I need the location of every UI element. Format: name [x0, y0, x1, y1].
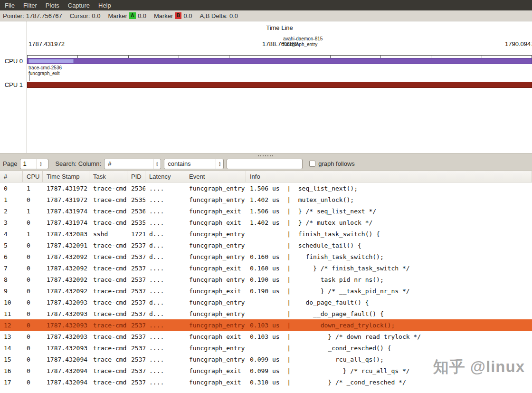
column-select-value: # [108, 160, 111, 167]
panel-splitter[interactable] [0, 153, 532, 157]
column-header-task[interactable]: Task [89, 171, 127, 182]
cell-latency: .... [145, 262, 185, 274]
menu-help[interactable]: Help [98, 2, 111, 9]
cell-event: funcgraph_entry [185, 251, 246, 262]
cell-cpu: 1 [23, 228, 43, 240]
cell-latency: .... [145, 342, 185, 354]
page-spin-buttons[interactable]: ▲ ▼ [37, 159, 44, 169]
cell-latency: .... [145, 354, 185, 365]
cell-task: trace-cmd [89, 354, 127, 365]
menu-file[interactable]: File [5, 2, 15, 9]
cell-task: trace-cmd [89, 285, 127, 297]
cell-task: trace-cmd [89, 251, 127, 262]
cell-event: funcgraph_exit [185, 331, 246, 342]
page-input[interactable] [20, 160, 37, 167]
cell-num: 16 [0, 365, 23, 376]
cell-num: 9 [0, 285, 23, 297]
page-spinbox[interactable]: ▲ ▼ [20, 159, 48, 169]
cell-task: trace-cmd [89, 194, 127, 205]
delta-label: A,B Delta: [200, 12, 228, 19]
plot-annotation-task: avahi-daemon-815 [283, 36, 323, 42]
cpu0-bar-segment[interactable] [28, 59, 74, 63]
cell-event: funcgraph_entry [185, 342, 246, 354]
cell-latency: d... [145, 297, 185, 308]
table-row[interactable]: 701787.432092trace-cmd2537....funcgraph_… [0, 262, 532, 274]
cell-task: trace-cmd [89, 205, 127, 217]
table-row[interactable]: 211787.431974trace-cmd2536....funcgraph_… [0, 205, 532, 217]
cell-latency: d... [145, 251, 185, 262]
match-select[interactable]: contains ▲▼ [164, 159, 224, 169]
table-row[interactable]: 011787.431972trace-cmd2536....funcgraph_… [0, 182, 532, 194]
table-row[interactable]: 501787.432091trace-cmd2537d...funcgraph_… [0, 240, 532, 251]
graph-follows-checkbox[interactable] [309, 161, 315, 167]
table-row[interactable]: 301787.431974trace-cmd2535....funcgraph_… [0, 217, 532, 228]
cell-latency: .... [145, 285, 185, 297]
cell-pid: 2537 [127, 251, 145, 262]
search-input[interactable] [227, 159, 303, 169]
menu-filter[interactable]: Filter [23, 2, 37, 9]
cell-task: trace-cmd [89, 182, 127, 194]
cell-pid: 2537 [127, 376, 145, 388]
cell-cpu: 0 [23, 240, 43, 251]
column-header-pid[interactable]: PID [127, 171, 145, 182]
table-row[interactable]: 1401787.432093trace-cmd2537....funcgraph… [0, 342, 532, 354]
cell-cpu: 0 [23, 194, 43, 205]
cell-cpu: 0 [23, 251, 43, 262]
cell-info: 0.190 us | } /* __task_pid_nr_ns */ [246, 285, 532, 297]
table-row[interactable]: 1201787.432093trace-cmd2537....funcgraph… [0, 319, 532, 331]
cell-info: 0.103 us | down_read_trylock(); [246, 319, 532, 331]
table-row[interactable]: 1301787.432093trace-cmd2537....funcgraph… [0, 331, 532, 342]
menu-capture[interactable]: Capture [68, 2, 90, 9]
column-select-arrows-icon: ▲▼ [153, 159, 161, 169]
cell-num: 6 [0, 251, 23, 262]
cell-timestamp: 1787.431974 [43, 217, 89, 228]
cell-num: 2 [0, 205, 23, 217]
cell-event: funcgraph_entry [185, 182, 246, 194]
table-row[interactable]: 101787.431972trace-cmd2535....funcgraph_… [0, 194, 532, 205]
cell-info: 1.506 us | seq_list_next(); [246, 182, 532, 194]
cell-task: trace-cmd [89, 297, 127, 308]
table-row[interactable]: 901787.432092trace-cmd2537....funcgraph_… [0, 285, 532, 297]
axis-label-end: 1790.09479 [505, 40, 532, 48]
column-header-timestamp[interactable]: Time Stamp [43, 171, 89, 182]
cell-timestamp: 1787.432094 [43, 354, 89, 365]
cell-pid: 2535 [127, 217, 145, 228]
cell-pid: 2537 [127, 274, 145, 285]
cell-pid: 2537 [127, 342, 145, 354]
menu-plots[interactable]: Plots [46, 2, 59, 9]
graph-follows-label: graph follows [318, 160, 355, 167]
cell-latency: .... [145, 194, 185, 205]
column-header-info[interactable]: Info [246, 171, 532, 182]
cell-task: trace-cmd [89, 342, 127, 354]
table-row[interactable]: 1101787.432093trace-cmd2537d...funcgraph… [0, 308, 532, 319]
table-row[interactable]: 1001787.432093trace-cmd2537d...funcgraph… [0, 297, 532, 308]
cpu0-annotation-task: trace-cmd-2536 [28, 65, 62, 71]
cell-timestamp: 1787.432092 [43, 262, 89, 274]
column-header-latency[interactable]: Latency [145, 171, 185, 182]
cell-cpu: 0 [23, 217, 43, 228]
cpu1-bar[interactable] [27, 82, 532, 88]
table-row[interactable]: 801787.432092trace-cmd2537....funcgraph_… [0, 274, 532, 285]
cell-latency: .... [145, 274, 185, 285]
cell-num: 12 [0, 319, 23, 331]
cursor-value: 0.0 [92, 12, 100, 19]
cell-event: funcgraph_exit [185, 376, 246, 388]
cell-event: funcgraph_entry [185, 354, 246, 365]
cell-event: funcgraph_entry [185, 194, 246, 205]
cell-event: funcgraph_exit [185, 365, 246, 376]
plot-annotation: avahi-daemon-815 funcgraph_entry [283, 36, 323, 48]
spin-down-icon[interactable]: ▼ [39, 164, 42, 167]
cell-info: 0.190 us | __task_pid_nr_ns(); [246, 274, 532, 285]
column-header-event[interactable]: Event [185, 171, 246, 182]
table-row[interactable]: 411787.432083sshd1721d...funcgraph_entry… [0, 228, 532, 240]
column-header-cpu[interactable]: CPU [23, 171, 43, 182]
cell-latency: .... [145, 182, 185, 194]
cell-num: 17 [0, 376, 23, 388]
column-header-num[interactable]: # [0, 171, 23, 182]
cpu0-bar[interactable] [27, 58, 532, 64]
cell-info: 0.103 us | } /* down_read_trylock */ [246, 331, 532, 342]
table-row[interactable]: 1701787.432094trace-cmd2537....funcgraph… [0, 376, 532, 388]
column-select[interactable]: # ▲▼ [104, 159, 161, 169]
cell-task: trace-cmd [89, 217, 127, 228]
table-row[interactable]: 601787.432092trace-cmd2537d...funcgraph_… [0, 251, 532, 262]
